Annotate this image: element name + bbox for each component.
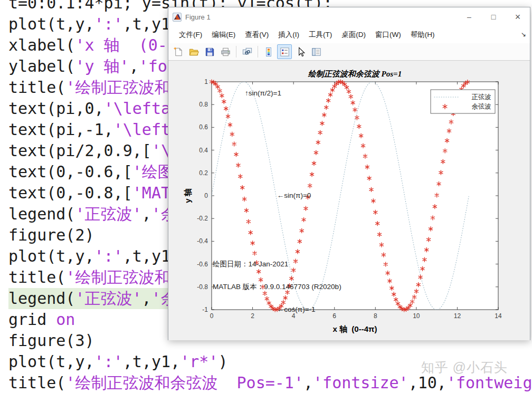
menu-item[interactable]: 文件(F) bbox=[175, 28, 206, 42]
x-tick-label: 4 bbox=[292, 312, 296, 320]
svg-text:正弦波: 正弦波 bbox=[472, 93, 492, 101]
y-tick-label: -0.4 bbox=[197, 237, 208, 245]
plot-area[interactable] bbox=[212, 82, 498, 310]
print-button[interactable] bbox=[218, 44, 233, 59]
toolbar-separator bbox=[236, 46, 236, 57]
edit-plot-icon bbox=[295, 46, 306, 57]
y-tick-label: 0.4 bbox=[199, 147, 208, 154]
plot-legend[interactable]: 正弦波余弦波 bbox=[431, 90, 495, 113]
y-tick-label: -0.6 bbox=[197, 261, 208, 268]
y-tick-label: -0.2 bbox=[197, 215, 208, 222]
code-line[interactable]: text(pi,0,'\leftar bbox=[8, 98, 183, 119]
menu-item[interactable]: 查看(V) bbox=[241, 28, 273, 42]
figure-plot: 02468101214-1-0.8-0.6-0.4-0.200.20.40.60… bbox=[168, 61, 530, 340]
code-line[interactable]: plot(t,y,':',t,y1, bbox=[8, 14, 183, 35]
insert-colorbar-icon bbox=[263, 46, 274, 57]
matlab-icon bbox=[173, 13, 182, 22]
plot-annotation[interactable]: ←cos(π)=-1 bbox=[277, 305, 316, 313]
x-tick-label: 2 bbox=[251, 312, 254, 320]
x-tick-label: 10 bbox=[413, 312, 420, 320]
y-tick-label: -1 bbox=[202, 306, 208, 313]
save-icon bbox=[204, 46, 215, 57]
code-line[interactable]: text(pi/2,0.9,['\up bbox=[8, 140, 193, 161]
code-line[interactable]: text(0,-0.8,['MATLA bbox=[8, 183, 193, 204]
menu-item[interactable]: 窗口(W) bbox=[371, 28, 405, 42]
maximize-button[interactable]: □ bbox=[481, 7, 506, 26]
code-line[interactable]: text(pi,-1,'\leftar bbox=[8, 119, 193, 140]
code-line[interactable]: grid on bbox=[8, 309, 78, 330]
code-line[interactable]: plot(t,y,':',t,y1,'r*') bbox=[8, 351, 231, 372]
link-plot-button[interactable] bbox=[240, 44, 254, 59]
menu-item[interactable]: 帮助(H) bbox=[406, 28, 439, 42]
toolbar bbox=[168, 43, 530, 61]
property-inspector-icon bbox=[311, 46, 322, 57]
insert-legend-button[interactable] bbox=[277, 44, 292, 59]
insert-colorbar-button[interactable] bbox=[261, 44, 276, 59]
print-icon bbox=[220, 46, 231, 57]
insert-legend-icon bbox=[279, 46, 290, 57]
y-tick-label: 0.6 bbox=[199, 123, 208, 131]
menu-item[interactable]: 桌面(D) bbox=[337, 28, 370, 42]
toolbar-separator bbox=[258, 46, 258, 57]
window-title: Figure 1 bbox=[185, 13, 457, 21]
dock-arrow-icon[interactable]: ↘ bbox=[521, 31, 526, 38]
code-line[interactable]: title('绘制正弦波和余 bbox=[8, 77, 189, 98]
code-line[interactable]: figure(2) bbox=[8, 225, 98, 246]
link-plot-icon bbox=[242, 46, 253, 57]
close-button[interactable]: × bbox=[506, 7, 530, 26]
plot-annotation[interactable]: ↑sin(π/2)=1 bbox=[245, 89, 281, 97]
figure-window: Figure 1 – □ × 文件(F)编辑(E)查看(V)插入(I)工具(T)… bbox=[168, 7, 530, 340]
code-line[interactable]: title('绘制正弦波和余 bbox=[8, 267, 189, 288]
open-folder-icon bbox=[188, 46, 200, 57]
code-line[interactable]: figure(3) bbox=[8, 330, 98, 351]
property-inspector-button[interactable] bbox=[309, 44, 324, 59]
y-tick-label: -0.8 bbox=[197, 283, 208, 291]
svg-text:余弦波: 余弦波 bbox=[472, 103, 492, 110]
code-line[interactable]: xlabel('x 轴 (0--4 bbox=[8, 35, 189, 56]
x-tick-label: 0 bbox=[210, 312, 214, 320]
save-button[interactable] bbox=[202, 44, 217, 59]
y-tick-label: 1 bbox=[204, 78, 208, 85]
x-tick-label: 8 bbox=[374, 312, 377, 320]
y-tick-label: 0.8 bbox=[199, 101, 208, 108]
code-line[interactable]: text(0,-0.6,['绘图日 bbox=[8, 161, 193, 183]
menu-bar: 文件(F)编辑(E)查看(V)插入(I)工具(T)桌面(D)窗口(W)帮助(H)… bbox=[168, 26, 530, 43]
menu-item[interactable]: 编辑(E) bbox=[207, 28, 240, 42]
y-tick-label: 0.2 bbox=[199, 169, 208, 177]
minimize-button[interactable]: – bbox=[457, 7, 481, 26]
code-line[interactable]: plot(t,y,':',t,y1, bbox=[8, 246, 183, 267]
y-axis-label[interactable]: y 轴 bbox=[183, 188, 192, 203]
plot-annotation[interactable]: ←sin(π)=0 bbox=[277, 191, 311, 199]
x-axis-label[interactable]: x 轴 (0--4π) bbox=[333, 324, 377, 333]
menu-item[interactable]: 插入(I) bbox=[274, 28, 303, 42]
plot-title[interactable]: 绘制正弦波和余弦波 Pos=1 bbox=[308, 70, 402, 78]
y-tick-label: 0 bbox=[204, 192, 208, 199]
figure-canvas[interactable]: 02468101214-1-0.8-0.6-0.4-0.200.20.40.60… bbox=[168, 61, 530, 340]
plot-annotation[interactable]: MATLAB 版本：9.9.0.1467703 (R2020b) bbox=[213, 283, 341, 291]
plot-annotation[interactable]: 绘图日期：14-Jan-2021 bbox=[213, 260, 288, 268]
window-titlebar[interactable]: Figure 1 – □ × bbox=[168, 7, 530, 26]
watermark: 知乎 @小石头 bbox=[421, 359, 508, 376]
open-folder-button[interactable] bbox=[186, 44, 201, 59]
edit-plot-button[interactable] bbox=[293, 44, 308, 59]
new-document-icon bbox=[173, 46, 184, 57]
new-document-button[interactable] bbox=[170, 44, 185, 59]
x-tick-label: 6 bbox=[332, 312, 336, 320]
x-tick-label: 12 bbox=[454, 312, 461, 320]
x-tick-label: 14 bbox=[495, 312, 502, 320]
menu-item[interactable]: 工具(T) bbox=[305, 28, 336, 42]
